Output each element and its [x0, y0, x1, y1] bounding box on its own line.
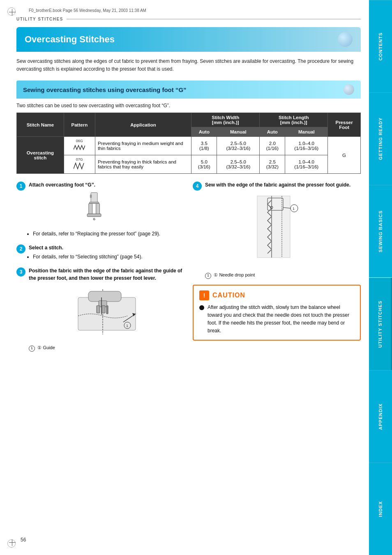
step-3-guide-label: 1 ① Guide	[29, 344, 184, 351]
step-4-needle-label: 1 ① Needle drop point	[205, 271, 350, 279]
cell-application-1: Preventing fraying in medium weight and …	[95, 137, 191, 155]
caution-icon: !	[199, 290, 209, 300]
caution-header: ! CAUTION	[199, 290, 354, 300]
sidebar-tab-appendix[interactable]: APPENDIX	[369, 370, 392, 463]
step-2-bullet-1: For details, refer to “Selecting stitchi…	[33, 253, 143, 260]
sub-heading-decoration	[344, 84, 354, 95]
cell-pattern-2: 07G	[64, 155, 95, 174]
svg-text:1: 1	[126, 324, 128, 328]
step-4-content: Sew with the edge of the fabric against …	[205, 181, 350, 279]
fabric-illustration: 1	[29, 285, 184, 341]
right-sidebar: CONTENTS GETTING READY SEWING BASICS UTI…	[369, 0, 392, 555]
sidebar-tab-utility-stitches[interactable]: UTILITY STITCHES	[369, 278, 392, 370]
sidebar-tab-contents[interactable]: CONTENTS	[369, 0, 392, 92]
col-header-stitch-length: Stitch Length[mm (inch.)]	[260, 113, 328, 127]
col-header-pattern: Pattern	[64, 113, 95, 137]
table-row-1: Overcastingstitch 06G Preventing fraying…	[17, 137, 361, 155]
sidebar-tab-sewing-basics[interactable]: SEWING BASICS	[369, 185, 392, 277]
pattern-icon-1	[74, 143, 85, 152]
crosshair-bl	[9, 539, 16, 546]
col-header-length-manual: Manual	[285, 127, 328, 137]
sidebar-tab-getting-ready[interactable]: GETTING READY	[369, 92, 392, 185]
right-steps: 4 Sew with the edge of the fabric agains…	[193, 181, 361, 357]
sidebar-tab-index[interactable]: INDEX	[369, 463, 392, 555]
file-info: F0_brotherE.book Page 56 Wednesday, May …	[16, 8, 361, 13]
step-2-bullets: For details, refer to “Selecting stitchi…	[29, 253, 143, 260]
step-1-content: Attach overcasting foot “G”. G	[29, 181, 160, 238]
col-header-stitch-width: Stitch Width[mm (inch.)]	[191, 113, 260, 127]
main-title-text: Overcasting Stitches	[25, 34, 115, 45]
stitch-svg: 1	[247, 192, 309, 266]
step-1: 1 Attach overcasting foot “G”. G	[16, 181, 184, 238]
caution-title: CAUTION	[212, 292, 245, 299]
svg-rect-2	[89, 204, 92, 215]
section-label-line: UTILITY STITCHES	[16, 17, 361, 21]
sub-intro-paragraph: Two stitches can be used to sew overcast…	[16, 103, 361, 108]
step-2-content: Select a stitch. For details, refer to “…	[29, 244, 143, 261]
svg-rect-3	[96, 204, 100, 215]
svg-rect-1	[90, 202, 99, 204]
col-header-application: Application	[95, 113, 191, 137]
section-rule	[67, 19, 361, 19]
caution-box: ! CAUTION After adjusting the stitch wid…	[193, 285, 361, 341]
step-4-title: Sew with the edge of the fabric against …	[205, 182, 350, 188]
cell-application-2: Preventing fraying in thick fabrics and …	[95, 155, 191, 174]
step-2: 2 Select a stitch. For details, refer to…	[16, 244, 184, 261]
intro-paragraph: Sew overcasting stitches along the edges…	[16, 58, 361, 73]
col-header-length-auto: Auto	[260, 127, 285, 137]
caution-bullet-dot	[199, 305, 204, 310]
cell-length-auto-1: 2.0(1/16)	[260, 137, 285, 155]
step-4: 4 Sew with the edge of the fabric agains…	[193, 181, 361, 279]
page-number: 56	[21, 537, 26, 543]
sub-heading-text: Sewing overcasting stitches using overca…	[23, 86, 187, 93]
step-3-content: Position the fabric with the edge of the…	[29, 267, 184, 351]
svg-text:1: 1	[293, 207, 295, 211]
svg-rect-4	[87, 214, 101, 217]
pattern-icon-2	[74, 161, 85, 170]
cell-length-auto-2: 2.5(3/32)	[260, 155, 285, 174]
svg-rect-14	[106, 306, 108, 314]
step-circle-1: 1	[16, 182, 25, 191]
svg-text:G: G	[93, 218, 96, 221]
cell-length-manual-2: 1.0–4.0(1/16–3/16)	[285, 155, 328, 174]
main-title-banner: Overcasting Stitches	[16, 27, 361, 52]
crosshair-tl	[9, 9, 16, 16]
step-3-title: Position the fabric with the edge of the…	[29, 268, 182, 281]
cell-stitch-name-1: Overcastingstitch	[17, 137, 64, 174]
col-header-width-manual: Manual	[217, 127, 260, 137]
stitch-table: Stitch Name Pattern Application Stitch W…	[16, 113, 361, 174]
left-steps: 1 Attach overcasting foot “G”. G	[16, 181, 184, 357]
steps-layout: 1 Attach overcasting foot “G”. G	[16, 181, 361, 357]
cell-width-manual-1: 2.5–5.0(3/32–3/16)	[217, 137, 260, 155]
col-header-stitch-name: Stitch Name	[17, 113, 64, 137]
main-content: F0_brotherE.book Page 56 Wednesday, May …	[12, 0, 369, 366]
svg-rect-9	[88, 291, 121, 302]
svg-rect-11	[97, 306, 100, 313]
svg-rect-12	[102, 306, 105, 313]
cell-width-auto-2: 5.0(3/16)	[191, 155, 217, 174]
col-header-width-auto: Auto	[191, 127, 217, 137]
step-1-bullet-1: For details, refer to “Replacing the pre…	[33, 230, 160, 237]
step-1-title: Attach overcasting foot “G”.	[29, 182, 95, 188]
step-circle-4: 4	[193, 182, 202, 191]
step-circle-2: 2	[16, 244, 25, 253]
main-title-decoration	[338, 32, 353, 47]
cell-pattern-1: 06G	[64, 137, 95, 155]
step-1-bullets: For details, refer to “Replacing the pre…	[29, 230, 160, 237]
foot-illustration: G	[29, 192, 160, 227]
section-label: UTILITY STITCHES	[16, 17, 63, 21]
cell-width-manual-2: 2.5–5.0(3/32–3/16)	[217, 155, 260, 174]
cell-presser-foot: G	[328, 137, 361, 174]
caution-text-content: After adjusting the stitch width, slowly…	[199, 304, 354, 335]
table-row-2: 07G Preventing fraying in thick fabrics …	[17, 155, 361, 174]
cell-length-manual-1: 1.0–4.0(1/16–3/16)	[285, 137, 328, 155]
step-2-title: Select a stitch.	[29, 245, 63, 251]
caution-text: After adjusting the stitch width, slowly…	[208, 304, 354, 335]
sub-heading-banner: Sewing overcasting stitches using overca…	[16, 81, 361, 99]
step-3: 3 Position the fabric with the edge of t…	[16, 267, 184, 351]
fabric-position-svg: 1	[66, 285, 148, 339]
step-circle-3: 3	[16, 267, 25, 276]
cell-width-auto-1: 3.5(1/8)	[191, 137, 217, 155]
presser-foot-g-svg: G	[82, 192, 107, 225]
col-header-presser-foot: PresserFoot	[328, 113, 361, 137]
